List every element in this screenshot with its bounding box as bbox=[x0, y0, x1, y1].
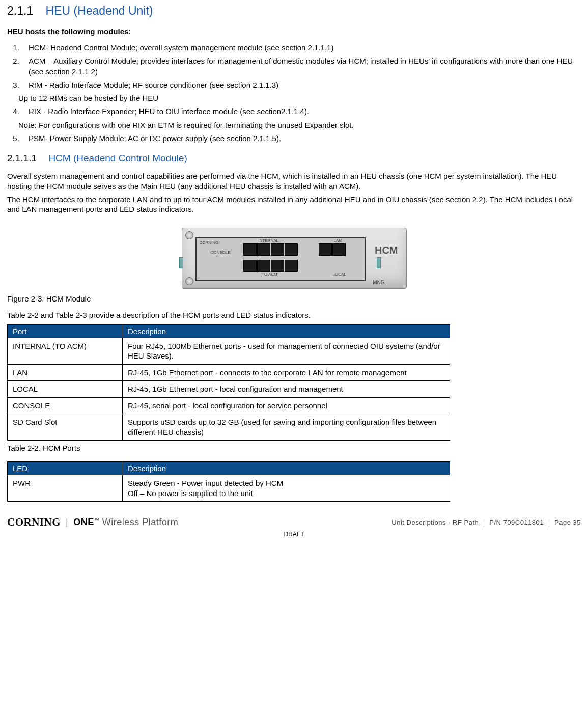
cell-port: LAN bbox=[8, 364, 123, 381]
cell-desc: RJ-45, 1Gb Ethernet port - connects to t… bbox=[123, 364, 450, 381]
corning-logo-text: CORNING bbox=[7, 516, 61, 529]
table-row: INTERNAL (TO ACM) Four RJ45, 100Mb Ether… bbox=[8, 338, 450, 364]
table-row: LOCAL RJ-45, 1Gb Ethernet port - local c… bbox=[8, 381, 450, 398]
module-list-cont: RIX - Radio Interface Expander; HEU to O… bbox=[7, 106, 581, 117]
rj45-port-icon bbox=[285, 260, 298, 272]
hcm-module-image: CORNING CONSOLE INTERNAL LAN (TO ACM) LO… bbox=[182, 228, 407, 289]
screw-icon bbox=[185, 277, 193, 285]
list-item: RIM - Radio Interface Module; RF source … bbox=[21, 80, 581, 90]
page-footer: CORNING | ONE™ Wireless Platform Unit De… bbox=[7, 516, 581, 538]
cell-port: CONSOLE bbox=[8, 397, 123, 414]
footer-pn: P/N 709C011801 bbox=[489, 518, 544, 526]
section-title: HCM (Headend Control Module) bbox=[48, 153, 187, 163]
table-header-description: Description bbox=[123, 462, 450, 475]
lan-label: LAN bbox=[334, 238, 342, 243]
rj45-port-icon bbox=[257, 243, 270, 256]
table-intro: Table 2-2 and Table 2-3 provide a descri… bbox=[7, 310, 581, 320]
handle-icon bbox=[377, 257, 381, 268]
logo-separator: | bbox=[66, 517, 68, 528]
table-header-port: Port bbox=[8, 324, 123, 338]
cell-desc: Steady Green - Power input detected by H… bbox=[123, 475, 450, 502]
handle-icon bbox=[179, 257, 183, 268]
footer-logo: CORNING | ONE™ Wireless Platform bbox=[7, 516, 178, 529]
list-item: PSM- Power Supply Module; AC or DC power… bbox=[21, 133, 581, 144]
draft-watermark: DRAFT bbox=[7, 531, 581, 538]
local-label: LOCAL bbox=[333, 272, 346, 277]
ports-table-caption: Table 2-2. HCM Ports bbox=[7, 444, 581, 452]
footer-path: Unit Descriptions - RF Path bbox=[391, 518, 479, 526]
section-number: 2.1.1.1 bbox=[7, 153, 37, 163]
section-2-1-1-1-heading: 2.1.1.1 HCM (Headend Control Module) bbox=[7, 153, 581, 164]
cell-port: INTERNAL (TO ACM) bbox=[8, 338, 123, 364]
cell-desc: Four RJ45, 100Mb Ethernet ports - used f… bbox=[123, 338, 450, 364]
separator-icon bbox=[484, 518, 484, 527]
mng-label: MNG bbox=[373, 280, 384, 285]
section-title: HEU (Headend Unit) bbox=[46, 4, 153, 17]
sub-note-rims: Up to 12 RIMs can be hosted by the HEU bbox=[18, 93, 581, 103]
rj45-port-icon bbox=[319, 243, 332, 256]
cell-desc: RJ-45, serial port - local configuration… bbox=[123, 397, 450, 414]
hosts-intro: HEU hosts the following modules: bbox=[7, 27, 581, 36]
module-list: HCM- Headend Control Module; overall sys… bbox=[7, 43, 581, 90]
footer-page: Page 35 bbox=[554, 518, 581, 526]
list-item: ACM – Auxiliary Control Module; provides… bbox=[21, 56, 581, 77]
cell-port: LOCAL bbox=[8, 381, 123, 398]
table-header-description: Description bbox=[123, 324, 450, 338]
sub-note-rix: Note: For configurations with one RIX an… bbox=[18, 120, 581, 130]
toacm-label: (TO ACM) bbox=[261, 272, 279, 277]
screw-icon bbox=[185, 231, 193, 239]
cell-port: SD Card Slot bbox=[8, 414, 123, 441]
rj45-port-icon bbox=[285, 243, 298, 256]
table-row: SD Card Slot Supports uSD cards up to 32… bbox=[8, 414, 450, 441]
paragraph: Overall system management and control ca… bbox=[7, 171, 581, 191]
cell-desc: Supports uSD cards up to 32 GB (used for… bbox=[123, 414, 450, 441]
footer-meta: Unit Descriptions - RF Path P/N 709C0118… bbox=[391, 518, 581, 527]
table-header-led: LED bbox=[8, 462, 123, 475]
cell-desc: RJ-45, 1Gb Ethernet port - local configu… bbox=[123, 381, 450, 398]
rj45-port-icon bbox=[271, 260, 284, 272]
rj45-port-icon bbox=[243, 260, 257, 272]
list-item: HCM- Headend Control Module; overall sys… bbox=[21, 43, 581, 53]
paragraph: The HCM interfaces to the corporate LAN … bbox=[7, 195, 581, 215]
section-number: 2.1.1 bbox=[7, 4, 33, 17]
rj45-port-icon bbox=[257, 260, 270, 272]
figure-caption: Figure 2-3. HCM Module bbox=[7, 294, 581, 303]
wireless-platform-text: Wireless Platform bbox=[102, 517, 179, 527]
ports-table: Port Description INTERNAL (TO ACM) Four … bbox=[7, 324, 450, 441]
cell-led: PWR bbox=[8, 475, 123, 502]
list-item: RIX - Radio Interface Expander; HEU to O… bbox=[21, 106, 581, 117]
rj45-port-icon bbox=[271, 243, 284, 256]
trademark-icon: ™ bbox=[94, 517, 100, 523]
brand-label: CORNING bbox=[200, 240, 219, 245]
table-row: PWR Steady Green - Power input detected … bbox=[8, 475, 450, 502]
one-logo-text: ONE bbox=[73, 517, 94, 527]
toacm-ports bbox=[243, 260, 298, 272]
led-table: LED Description PWR Steady Green - Power… bbox=[7, 461, 450, 502]
hcm-label: HCM bbox=[375, 244, 398, 256]
hcm-module-figure: CORNING CONSOLE INTERNAL LAN (TO ACM) LO… bbox=[7, 228, 581, 290]
rj45-port-icon bbox=[243, 243, 257, 256]
separator-icon bbox=[549, 518, 549, 527]
rj45-port-icon bbox=[332, 243, 346, 256]
console-label: CONSOLE bbox=[211, 250, 231, 255]
module-list-cont2: PSM- Power Supply Module; AC or DC power… bbox=[7, 133, 581, 144]
lan-ports bbox=[319, 243, 346, 256]
section-2-1-1-heading: 2.1.1 HEU (Headend Unit) bbox=[7, 4, 581, 18]
internal-label: INTERNAL bbox=[259, 238, 279, 243]
table-row: LAN RJ-45, 1Gb Ethernet port - connects … bbox=[8, 364, 450, 381]
internal-ports bbox=[243, 243, 298, 256]
table-row: CONSOLE RJ-45, serial port - local confi… bbox=[8, 397, 450, 414]
